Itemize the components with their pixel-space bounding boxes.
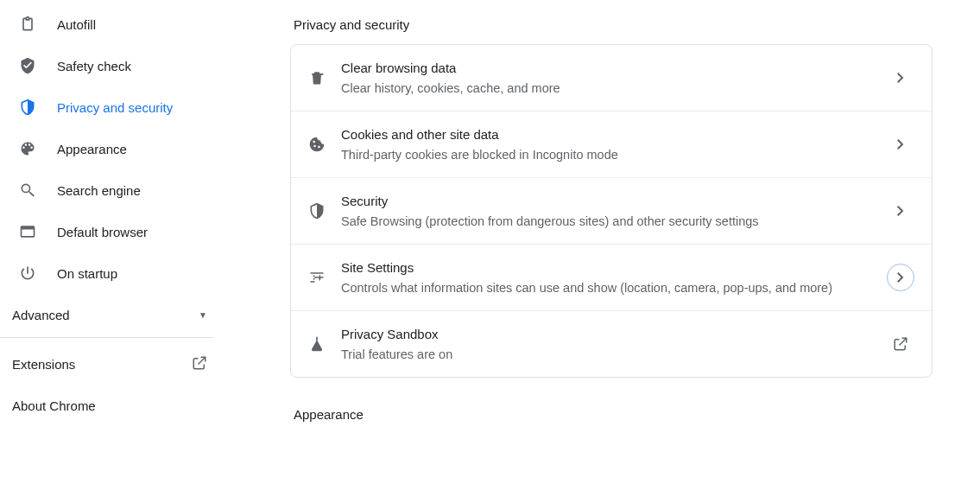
row-clear-browsing-data[interactable]: Clear browsing data Clear history, cooki… (291, 45, 932, 111)
row-text: Cookies and other site data Third-party … (341, 125, 887, 163)
sidebar-item-about-chrome[interactable]: About Chrome (0, 388, 224, 423)
settings-main: Privacy and security Clear browsing data… (224, 0, 980, 484)
power-icon (17, 263, 38, 283)
row-cookies[interactable]: Cookies and other site data Third-party … (291, 111, 932, 177)
sidebar-item-search-engine[interactable]: Search engine (0, 173, 224, 207)
chevron-right-icon[interactable] (887, 264, 914, 291)
row-title: Cookies and other site data (341, 125, 887, 144)
section-title-appearance: Appearance (290, 407, 364, 422)
advanced-label: Advanced (12, 308, 199, 322)
row-subtitle: Third-party cookies are blocked in Incog… (341, 146, 887, 163)
flask-icon (308, 335, 326, 353)
search-icon (17, 180, 38, 201)
clipboard-icon (17, 14, 38, 35)
settings-sidebar: Autofill Safety check Privacy and securi… (0, 0, 224, 484)
row-security[interactable]: Security Safe Browsing (protection from … (291, 177, 932, 244)
palette-icon (17, 138, 38, 159)
sidebar-item-label: Default browser (57, 225, 148, 239)
row-subtitle: Trial features are on (341, 346, 887, 363)
section-title-privacy-security: Privacy and security (290, 17, 409, 32)
trash-icon (308, 69, 326, 86)
chevron-right-icon (887, 131, 914, 158)
row-text: Clear browsing data Clear history, cooki… (341, 59, 887, 97)
row-title: Privacy Sandbox (341, 325, 887, 344)
extensions-label: Extensions (12, 357, 192, 372)
verified-icon (17, 55, 38, 76)
open-external-icon (887, 330, 914, 358)
sidebar-divider (0, 337, 214, 338)
row-title: Site Settings (341, 258, 887, 277)
sidebar-item-label: Privacy and security (57, 100, 173, 115)
sidebar-item-safety-check[interactable]: Safety check (0, 48, 224, 83)
chevron-down-icon: ▼ (199, 310, 207, 320)
chevron-right-icon (887, 64, 914, 92)
row-subtitle: Clear history, cookies, cache, and more (341, 80, 887, 97)
sidebar-item-label: On startup (57, 266, 117, 281)
row-subtitle: Safe Browsing (protection from dangerous… (341, 213, 887, 230)
row-text: Site Settings Controls what information … (341, 258, 887, 296)
sidebar-item-on-startup[interactable]: On startup (0, 256, 224, 290)
sidebar-item-label: Autofill (57, 17, 96, 32)
sidebar-item-label: Safety check (57, 59, 131, 73)
sidebar-item-default-browser[interactable]: Default browser (0, 214, 224, 249)
privacy-security-card: Clear browsing data Clear history, cooki… (290, 44, 933, 378)
sidebar-advanced-toggle[interactable]: Advanced ▼ (0, 297, 224, 332)
browser-icon (17, 221, 38, 242)
row-title: Security (341, 192, 887, 211)
row-text: Privacy Sandbox Trial features are on (341, 325, 887, 363)
sidebar-item-autofill[interactable]: Autofill (0, 7, 224, 41)
shield-icon (17, 97, 38, 118)
row-subtitle: Controls what information sites can use … (341, 279, 887, 296)
sidebar-item-label: Search engine (57, 183, 141, 198)
cookie-icon (308, 136, 326, 153)
row-text: Security Safe Browsing (protection from … (341, 192, 887, 230)
tune-icon (308, 269, 326, 286)
open-external-icon (192, 355, 207, 373)
sidebar-item-extensions[interactable]: Extensions (0, 347, 224, 381)
chevron-right-icon (887, 197, 914, 225)
shield-icon (308, 202, 326, 220)
row-title: Clear browsing data (341, 59, 887, 78)
row-site-settings[interactable]: Site Settings Controls what information … (291, 244, 932, 310)
about-label: About Chrome (12, 398, 207, 413)
sidebar-item-privacy-security[interactable]: Privacy and security (0, 90, 224, 124)
sidebar-item-appearance[interactable]: Appearance (0, 131, 224, 166)
sidebar-item-label: Appearance (57, 142, 127, 156)
row-privacy-sandbox[interactable]: Privacy Sandbox Trial features are on (291, 310, 932, 377)
